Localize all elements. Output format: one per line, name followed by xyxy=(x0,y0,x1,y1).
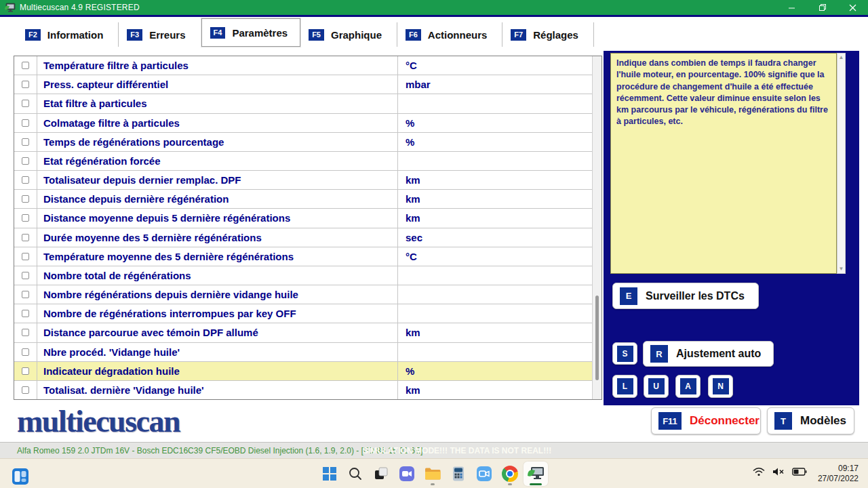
widgets-icon[interactable] xyxy=(8,464,33,488)
n-button[interactable]: N xyxy=(708,375,733,398)
row-checkbox[interactable] xyxy=(22,234,29,241)
table-row[interactable]: Etat filtre à particules xyxy=(14,94,592,113)
restore-icon xyxy=(818,3,827,12)
scroll-down-icon[interactable]: ▼ xyxy=(839,265,844,273)
row-checkbox[interactable] xyxy=(22,195,29,203)
minimize-button[interactable] xyxy=(776,0,807,15)
table-row[interactable]: Indicateur dégradation huile% xyxy=(14,362,592,381)
key-badge-u: U xyxy=(648,378,665,394)
table-row[interactable]: Etat régénération forcée xyxy=(14,152,592,171)
u-button[interactable]: U xyxy=(644,375,669,398)
taskbar-clock[interactable]: 09:17 27/07/2022 xyxy=(818,464,859,484)
tab-parametres[interactable]: F4Paramètres xyxy=(201,18,301,47)
file-explorer-icon[interactable] xyxy=(420,462,445,486)
param-name: Totalisat. dernière 'Vidange huile' xyxy=(37,384,397,396)
auto-adjust-button[interactable]: R Ajustement auto xyxy=(643,341,774,367)
search-icon[interactable] xyxy=(343,462,368,486)
tab-actionneurs[interactable]: F6Actionneurs xyxy=(397,22,502,47)
tab-information[interactable]: F2Information xyxy=(17,22,119,47)
param-unit: °C xyxy=(397,247,592,266)
row-checkbox[interactable] xyxy=(22,272,29,279)
table-row[interactable]: Temps de régénérations pourcentage% xyxy=(14,133,592,152)
row-checkbox[interactable] xyxy=(22,157,29,165)
tab-label: Graphique xyxy=(331,29,382,41)
param-name: Nombre régénérations depuis dernière vid… xyxy=(37,289,397,300)
row-checkbox[interactable] xyxy=(22,329,29,336)
close-button[interactable] xyxy=(837,0,868,15)
table-row[interactable]: Nombre régénérations depuis dernière vid… xyxy=(14,285,592,304)
table-scrollbar-thumb[interactable] xyxy=(595,296,599,380)
info-scrollbar[interactable]: ▲ ▼ xyxy=(837,53,846,274)
right-panel: Indique dans combien de temps il faudra … xyxy=(604,51,859,405)
param-unit: km xyxy=(397,171,592,189)
scroll-up-icon[interactable]: ▲ xyxy=(839,54,844,62)
table-row[interactable]: Totalisat. dernière 'Vidange huile'km xyxy=(14,381,592,399)
row-checkbox-cell xyxy=(14,190,37,208)
task-view-icon[interactable] xyxy=(369,462,393,486)
parameter-rows: Température filtre à particules°CPress. … xyxy=(14,56,592,399)
row-checkbox[interactable] xyxy=(22,348,29,356)
table-row[interactable]: Distance parcourue avec témoin DPF allum… xyxy=(14,323,592,342)
tab-graphique[interactable]: F5Graphique xyxy=(300,22,397,47)
row-checkbox[interactable] xyxy=(22,214,29,222)
table-row[interactable]: Distance moyenne depuis 5 dernière régén… xyxy=(14,209,592,228)
table-row[interactable]: Température filtre à particules°C xyxy=(14,56,592,75)
param-unit: sec xyxy=(397,228,592,247)
system-tray[interactable] xyxy=(753,467,807,476)
disconnect-button[interactable]: F11 Déconnecter xyxy=(651,407,761,434)
row-checkbox-cell xyxy=(14,171,37,189)
row-checkbox[interactable] xyxy=(22,119,29,127)
l-button[interactable]: L xyxy=(612,375,637,398)
tab-erreurs[interactable]: F3Erreurs xyxy=(119,22,201,47)
table-row[interactable]: Nbre procéd. 'Vidange huile' xyxy=(14,343,592,362)
table-row[interactable]: Press. capteur différentielmbar xyxy=(14,75,592,94)
row-checkbox[interactable] xyxy=(22,81,29,88)
row-checkbox[interactable] xyxy=(22,386,29,394)
screen-recorder-icon[interactable] xyxy=(472,462,496,486)
monitor-dtcs-button[interactable]: E Surveiller les DTCs xyxy=(612,283,759,309)
tab-label: Actionneurs xyxy=(428,29,488,41)
a-button[interactable]: A xyxy=(675,375,701,398)
taskbar-center xyxy=(317,462,548,486)
param-unit: km xyxy=(397,323,592,342)
table-row[interactable]: Nombre total de régénérations xyxy=(14,266,592,285)
table-row[interactable]: Durée moyenne des 5 dernière régénératio… xyxy=(14,228,592,247)
tab-reglages[interactable]: F7Réglages xyxy=(502,22,594,47)
models-button[interactable]: T Modèles xyxy=(767,407,854,434)
row-checkbox[interactable] xyxy=(22,291,29,298)
param-name: Totalisateur depuis dernier remplac. DPF xyxy=(37,174,397,186)
statusbar: Alfa Romeo 159 2.0 JTDm 16V - Bosch EDC1… xyxy=(0,442,868,458)
row-checkbox[interactable] xyxy=(22,253,29,260)
restore-button[interactable] xyxy=(807,0,837,15)
row-checkbox[interactable] xyxy=(22,100,29,107)
table-row[interactable]: Distance depuis dernière régénérationkm xyxy=(14,190,592,209)
table-scrollbar[interactable] xyxy=(592,56,601,399)
tab-label: Information xyxy=(47,29,104,41)
s-button[interactable]: S xyxy=(612,342,637,365)
param-unit xyxy=(397,304,592,323)
chrome-icon[interactable] xyxy=(498,462,522,486)
multiecuscan-app-icon xyxy=(4,3,16,13)
row-checkbox-cell xyxy=(14,362,37,380)
key-badge-l: L xyxy=(617,378,633,394)
tab-label: Erreurs xyxy=(149,29,185,41)
fkey-badge: F4 xyxy=(210,27,226,39)
window-top-border xyxy=(0,15,868,17)
calculator-icon[interactable] xyxy=(446,462,471,486)
tabbar: F2InformationF3ErreursF4ParamètresF5Grap… xyxy=(17,21,594,47)
row-checkbox-cell xyxy=(14,94,37,113)
table-row[interactable]: Totalisateur depuis dernier remplac. DPF… xyxy=(14,171,592,190)
row-checkbox[interactable] xyxy=(22,367,29,375)
param-name: Distance depuis dernière régénération xyxy=(37,193,397,205)
row-checkbox[interactable] xyxy=(22,176,29,184)
table-row[interactable]: Nombre de régénérations interrompues par… xyxy=(14,304,592,323)
row-checkbox[interactable] xyxy=(22,310,29,317)
row-checkbox-cell xyxy=(14,75,37,94)
start-icon[interactable] xyxy=(317,462,342,486)
row-checkbox[interactable] xyxy=(22,138,29,146)
table-row[interactable]: Température moyenne des 5 dernière régén… xyxy=(14,247,592,266)
row-checkbox[interactable] xyxy=(22,62,29,69)
chat-icon[interactable] xyxy=(395,462,419,486)
multiecuscan-icon[interactable] xyxy=(524,462,548,486)
table-row[interactable]: Colmatage filtre à particules% xyxy=(14,114,592,133)
